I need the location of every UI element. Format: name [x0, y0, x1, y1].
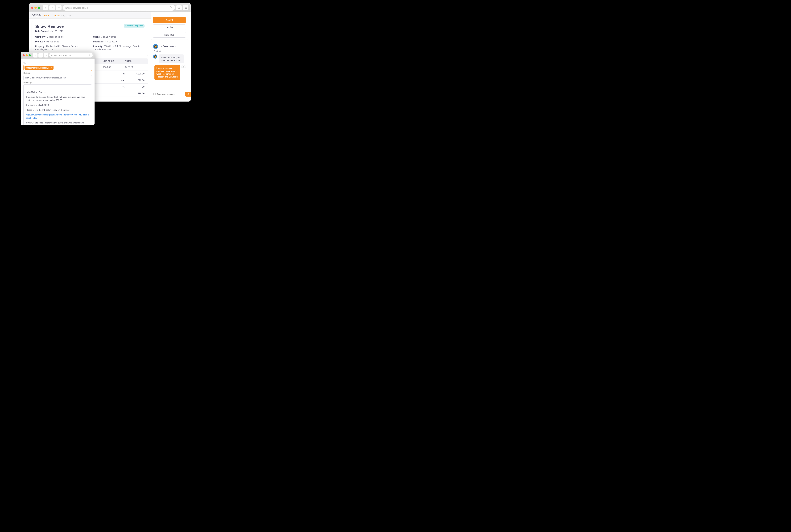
compose-form: To madams@servicedeck.io × Subject Messa…	[21, 59, 95, 125]
traffic-lights	[31, 6, 40, 9]
url-text: https://servicedeck.io/	[51, 54, 71, 57]
browser-toolbar: https://servicedeck.io/	[29, 3, 191, 12]
chat-company-name: CoffeeHouse Inc	[159, 45, 176, 48]
accept-button[interactable]: Accept	[153, 17, 186, 23]
to-label: To	[23, 62, 92, 64]
chevron-right-icon: ›	[51, 14, 52, 17]
col-unit-price: UNIT PRICE	[103, 60, 125, 62]
quote-approve-link[interactable]: http://dev.servicedeck.io/quote/approve/…	[26, 114, 89, 119]
back-button[interactable]	[33, 53, 37, 57]
page-id: QT1044	[32, 14, 41, 17]
to-field[interactable]: madams@servicedeck.io ×	[23, 65, 92, 71]
decline-button[interactable]: Decline	[153, 24, 186, 30]
status-badge: Awaiting Response	[124, 24, 145, 27]
browser-toolbar: https://servicedeck.io/	[21, 52, 95, 59]
avatar: 🧑	[153, 54, 157, 59]
close-window-button[interactable]	[23, 54, 25, 56]
side-column: Accept Decline Download 🧑 CoffeeHouse In…	[151, 12, 191, 101]
chat-input-row: Send	[153, 92, 186, 97]
client-info: Client: Michael Adams Phone: (647)-812-7…	[93, 35, 145, 53]
remove-chip-icon[interactable]: ×	[51, 66, 52, 69]
breadcrumb-quotes[interactable]: Quotes	[53, 14, 60, 17]
menu-button[interactable]	[183, 5, 188, 11]
back-button[interactable]	[43, 5, 48, 11]
avatar: 🧑	[153, 44, 158, 49]
svg-point-2	[154, 93, 154, 94]
message-body[interactable]: Hello Michael Adams, Thank you for trust…	[23, 89, 92, 125]
subject-input[interactable]	[23, 75, 92, 80]
chat-icon	[159, 50, 161, 53]
date-created: Date Created: Jan 26, 2023	[35, 30, 64, 33]
close-window-button[interactable]	[31, 6, 33, 9]
search-icon[interactable]	[170, 6, 172, 10]
page-header: QT1044 Home › Quotes › QT1044	[29, 12, 151, 19]
new-tab-button[interactable]	[44, 53, 49, 57]
forward-button[interactable]	[49, 5, 55, 11]
chat-panel: 🧑 CoffeeHouse Inc Chat 🧑 How often would…	[151, 42, 188, 99]
breadcrumb-current: QT1044	[63, 14, 72, 17]
message-editor[interactable]: Hello Michael Adams, Thank you for trust…	[23, 84, 92, 125]
company-avatar: ☕	[181, 65, 186, 69]
quote-title: Snow Remove	[35, 24, 64, 29]
svg-point-0	[170, 6, 172, 8]
address-bar[interactable]: https://servicedeck.io/	[63, 5, 175, 11]
editor-toolbar	[23, 84, 92, 89]
recipient-chip[interactable]: madams@servicedeck.io ×	[24, 66, 54, 70]
col-total: TOTAL	[125, 60, 145, 62]
quote-card: Snow Remove Date Created: Jan 26, 2023 A…	[32, 21, 148, 56]
outgoing-message: I need to restock products every twice a…	[153, 65, 186, 80]
subject-label: Subject	[23, 72, 92, 74]
svg-point-3	[89, 54, 90, 56]
download-button[interactable]: Download	[153, 32, 186, 38]
compose-browser-window: https://servicedeck.io/ To madams@servic…	[21, 52, 95, 126]
chat-subtitle: Chat	[153, 50, 186, 53]
new-tab-button[interactable]	[56, 5, 61, 11]
incoming-message: 🧑 How often would you like to get the re…	[153, 54, 186, 63]
chevron-right-icon: ›	[61, 14, 62, 17]
attachment-icon[interactable]	[153, 93, 156, 96]
breadcrumb: Home › Quotes › QT1044	[43, 14, 71, 17]
search-icon[interactable]	[89, 54, 91, 57]
maximize-window-button[interactable]	[38, 6, 40, 9]
address-bar[interactable]: https://servicedeck.io/	[49, 53, 93, 57]
forward-button[interactable]	[38, 53, 43, 57]
url-text: https://servicedeck.io/	[65, 6, 89, 9]
minimize-window-button[interactable]	[26, 54, 28, 56]
chat-input[interactable]	[157, 93, 184, 95]
action-buttons: Accept Decline Download	[151, 15, 188, 40]
bookmark-button[interactable]	[176, 5, 182, 11]
maximize-window-button[interactable]	[29, 54, 31, 56]
minimize-window-button[interactable]	[35, 6, 37, 9]
company-info: Company: CoffeeHouse Inc Phone: (647)-39…	[35, 35, 87, 53]
traffic-lights	[23, 54, 31, 56]
chat-messages: 🧑 How often would you like to get the re…	[153, 54, 186, 90]
breadcrumb-home[interactable]: Home	[43, 14, 49, 17]
send-button[interactable]: Send	[185, 92, 191, 97]
message-label: Message	[23, 81, 92, 84]
